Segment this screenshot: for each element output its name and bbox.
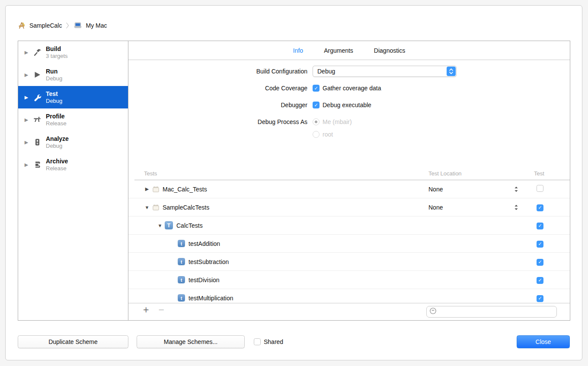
test-method-icon: t xyxy=(178,258,185,265)
gather-coverage-checkbox[interactable]: ✓ xyxy=(313,85,320,92)
debug-executable-option-label: Debug executable xyxy=(323,102,371,108)
sidebar-item-label: Build xyxy=(46,45,68,53)
sidebar-item-test[interactable]: ▶TestDebug xyxy=(18,86,128,108)
test-name: testAddition xyxy=(189,240,220,247)
sidebar-item-run[interactable]: ▶RunDebug xyxy=(18,64,128,86)
test-row-testDivision[interactable]: ttestDivision✓ xyxy=(128,271,570,289)
sidebar-item-label: Profile xyxy=(46,113,67,120)
popup-stepper-icon xyxy=(447,67,456,76)
debug-as-root-radio[interactable] xyxy=(313,131,320,138)
close-button[interactable]: Close xyxy=(517,335,570,348)
debug-executable-checkbox[interactable]: ✓ xyxy=(313,102,320,108)
disclosure-triangle-icon[interactable]: ▼ xyxy=(157,223,163,228)
breadcrumb: SampleCalc My Mac xyxy=(17,21,107,30)
test-name: testDivision xyxy=(189,277,220,283)
test-bundle-icon xyxy=(152,203,160,211)
disclosure-triangle-icon[interactable]: ▶ xyxy=(23,95,29,100)
sidebar-item-sublabel: Debug xyxy=(46,143,69,150)
test-enabled-checkbox[interactable] xyxy=(537,185,543,192)
test-enabled-checkbox[interactable]: ✓ xyxy=(537,277,543,284)
test-class-icon: T xyxy=(165,221,173,229)
tab-info[interactable]: Info xyxy=(293,47,303,54)
scheme-editor-dialog: SampleCalc My Mac ▶Build3 targets▶RunDeb… xyxy=(5,5,582,360)
debug-as-root-label: root xyxy=(323,131,333,138)
sidebar-item-sublabel: Release xyxy=(46,120,67,127)
scheme-editor-content: ▶Build3 targets▶RunDebug▶TestDebug▶Profi… xyxy=(18,41,570,321)
scheme-actions-sidebar: ▶Build3 targets▶RunDebug▶TestDebug▶Profi… xyxy=(18,41,128,321)
test-name: SampleCalcTests xyxy=(163,204,209,211)
tab-bar: InfoArgumentsDiagnostics xyxy=(128,41,570,60)
test-info-form: Build Configuration Debug Code Coverage xyxy=(128,60,570,161)
test-action-panel: InfoArgumentsDiagnostics Build Configura… xyxy=(128,41,570,321)
sidebar-item-profile[interactable]: ▶ProfileRelease xyxy=(18,108,128,131)
filter-field[interactable] xyxy=(426,306,557,318)
sidebar-item-label: Test xyxy=(46,90,62,98)
breadcrumb-destination-name[interactable]: My Mac xyxy=(86,22,107,29)
tests-table: Tests Test Location Test ▶Mac_Calc_Tests… xyxy=(128,161,570,303)
add-test-button[interactable]: + xyxy=(143,304,149,316)
disclosure-triangle-icon[interactable]: ▶ xyxy=(23,72,29,78)
code-coverage-label: Code Coverage xyxy=(128,85,307,92)
breadcrumb-scheme-name[interactable]: SampleCalc xyxy=(29,22,62,29)
sidebar-item-analyze[interactable]: ▶AnalyzeDebug xyxy=(18,131,128,153)
debugger-label: Debugger xyxy=(128,102,307,108)
test-enabled-checkbox[interactable]: ✓ xyxy=(537,259,543,266)
caliper-icon xyxy=(32,115,42,124)
location-stepper-icon[interactable] xyxy=(513,204,519,211)
disclosure-triangle-icon[interactable]: ▼ xyxy=(144,205,150,210)
scheme-icon xyxy=(17,21,26,30)
analyzer-icon xyxy=(32,137,42,147)
debug-process-as-label: Debug Process As xyxy=(128,118,307,125)
sidebar-item-build[interactable]: ▶Build3 targets xyxy=(18,41,128,64)
disclosure-triangle-icon[interactable]: ▶ xyxy=(23,50,29,55)
hammer-icon xyxy=(32,48,42,57)
test-enabled-checkbox[interactable]: ✓ xyxy=(537,223,543,229)
test-enabled-checkbox[interactable]: ✓ xyxy=(537,204,543,211)
column-header-test: Test xyxy=(534,170,544,177)
mac-destination-icon xyxy=(73,21,83,30)
debug-as-me-label: Me (mbair) xyxy=(323,118,352,125)
test-name: Mac_Calc_Tests xyxy=(163,186,207,193)
sidebar-item-sublabel: 3 targets xyxy=(46,53,68,60)
clamp-icon xyxy=(32,160,42,169)
test-location-value[interactable]: None xyxy=(428,204,443,211)
test-method-icon: t xyxy=(178,294,185,302)
test-enabled-checkbox[interactable]: ✓ xyxy=(537,241,543,248)
build-configuration-label: Build Configuration xyxy=(128,68,307,75)
test-row-testMultiplication[interactable]: ttestMultiplication✓ xyxy=(128,289,570,303)
test-enabled-checkbox[interactable]: ✓ xyxy=(537,295,543,302)
column-header-test-location: Test Location xyxy=(428,170,462,177)
test-location-value[interactable]: None xyxy=(428,186,443,193)
remove-test-button[interactable]: − xyxy=(158,304,164,316)
disclosure-triangle-icon[interactable]: ▶ xyxy=(23,162,29,168)
duplicate-scheme-button[interactable]: Duplicate Scheme xyxy=(18,335,128,348)
tests-table-header: Tests Test Location Test xyxy=(128,161,570,180)
location-stepper-icon[interactable] xyxy=(513,185,519,193)
sidebar-item-label: Run xyxy=(46,68,62,75)
disclosure-triangle-icon[interactable]: ▶ xyxy=(23,140,29,145)
shared-checkbox[interactable] xyxy=(254,338,261,345)
sidebar-item-sublabel: Debug xyxy=(46,75,62,82)
test-name: testMultiplication xyxy=(189,295,233,302)
disclosure-triangle-icon[interactable]: ▶ xyxy=(23,117,29,123)
chevron-right-icon xyxy=(65,22,70,29)
shared-checkbox-label: Shared xyxy=(264,338,283,345)
test-row-CalcTests[interactable]: ▼TCalcTests✓ xyxy=(128,216,570,235)
disclosure-triangle-icon[interactable]: ▶ xyxy=(144,186,150,192)
build-configuration-value: Debug xyxy=(317,68,335,75)
test-bundle-icon xyxy=(152,185,160,193)
test-method-icon: t xyxy=(178,276,185,283)
tab-diagnostics[interactable]: Diagnostics xyxy=(374,47,405,54)
sidebar-item-sublabel: Release xyxy=(46,165,68,172)
test-name: CalcTests xyxy=(176,222,203,229)
test-row-Mac_Calc_Tests[interactable]: ▶Mac_Calc_TestsNone xyxy=(128,180,570,198)
test-row-testSubtraction[interactable]: ttestSubtraction✓ xyxy=(128,253,570,271)
tab-arguments[interactable]: Arguments xyxy=(324,47,353,54)
sidebar-item-archive[interactable]: ▶ArchiveRelease xyxy=(18,153,128,176)
debug-as-me-radio[interactable] xyxy=(313,118,320,125)
manage-schemes-button[interactable]: Manage Schemes... xyxy=(137,335,245,348)
build-configuration-popup[interactable]: Debug xyxy=(313,66,457,77)
sidebar-item-sublabel: Debug xyxy=(46,98,62,105)
test-row-testAddition[interactable]: ttestAddition✓ xyxy=(128,235,570,253)
test-row-SampleCalcTests[interactable]: ▼SampleCalcTestsNone✓ xyxy=(128,198,570,216)
